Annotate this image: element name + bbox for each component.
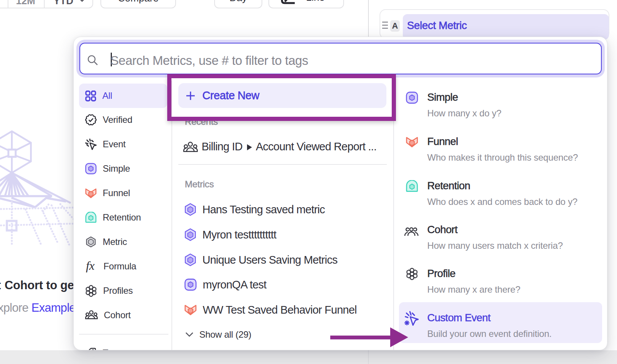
svg-text:fx: fx <box>86 260 95 272</box>
